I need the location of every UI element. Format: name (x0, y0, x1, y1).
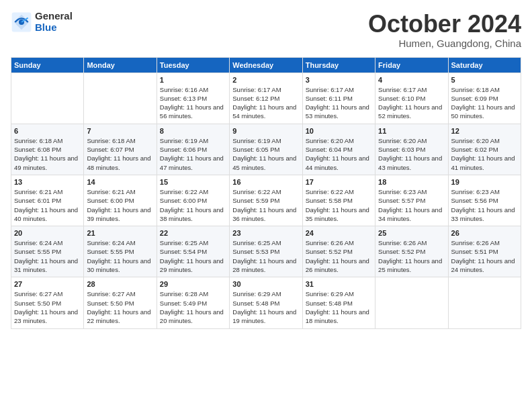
day-info: Sunrise: 6:25 AM Sunset: 5:53 PM Dayligh… (232, 238, 299, 274)
day-number: 24 (306, 229, 372, 237)
calendar-cell (84, 73, 157, 124)
day-info: Sunrise: 6:19 AM Sunset: 6:05 PM Dayligh… (232, 136, 299, 172)
day-info: Sunrise: 6:27 AM Sunset: 5:50 PM Dayligh… (14, 289, 81, 325)
day-number: 30 (232, 280, 299, 288)
logo-icon (11, 11, 32, 33)
day-info: Sunrise: 6:18 AM Sunset: 6:09 PM Dayligh… (451, 85, 518, 121)
day-info: Sunrise: 6:22 AM Sunset: 5:58 PM Dayligh… (306, 187, 372, 223)
calendar-week-row: 13Sunrise: 6:21 AM Sunset: 6:01 PM Dayli… (11, 175, 521, 226)
calendar-cell: 26Sunrise: 6:26 AM Sunset: 5:51 PM Dayli… (448, 226, 521, 277)
calendar-cell: 29Sunrise: 6:28 AM Sunset: 5:49 PM Dayli… (157, 277, 229, 328)
day-info: Sunrise: 6:21 AM Sunset: 6:01 PM Dayligh… (14, 187, 81, 223)
calendar-cell (375, 277, 448, 328)
calendar-cell: 16Sunrise: 6:22 AM Sunset: 5:59 PM Dayli… (230, 175, 302, 226)
day-info: Sunrise: 6:20 AM Sunset: 6:03 PM Dayligh… (378, 136, 445, 172)
calendar-cell: 22Sunrise: 6:25 AM Sunset: 5:54 PM Dayli… (157, 226, 229, 277)
day-info: Sunrise: 6:23 AM Sunset: 5:57 PM Dayligh… (378, 187, 445, 223)
day-number: 26 (451, 229, 518, 237)
day-info: Sunrise: 6:26 AM Sunset: 5:52 PM Dayligh… (378, 238, 445, 274)
day-number: 12 (451, 127, 518, 135)
calendar-cell: 6Sunrise: 6:18 AM Sunset: 6:08 PM Daylig… (11, 124, 84, 175)
day-info: Sunrise: 6:20 AM Sunset: 6:02 PM Dayligh… (451, 136, 518, 172)
calendar-cell: 28Sunrise: 6:27 AM Sunset: 5:50 PM Dayli… (84, 277, 157, 328)
day-number: 17 (306, 178, 372, 186)
calendar-cell (448, 277, 521, 328)
calendar-cell: 31Sunrise: 6:29 AM Sunset: 5:48 PM Dayli… (302, 277, 375, 328)
day-number: 10 (306, 127, 372, 135)
calendar-cell: 27Sunrise: 6:27 AM Sunset: 5:50 PM Dayli… (11, 277, 84, 328)
day-number: 13 (14, 178, 81, 186)
day-info: Sunrise: 6:26 AM Sunset: 5:51 PM Dayligh… (451, 238, 518, 274)
day-info: Sunrise: 6:17 AM Sunset: 6:12 PM Dayligh… (232, 85, 299, 121)
calendar-week-row: 6Sunrise: 6:18 AM Sunset: 6:08 PM Daylig… (11, 124, 521, 175)
day-number: 9 (232, 127, 299, 135)
calendar-cell: 15Sunrise: 6:22 AM Sunset: 6:00 PM Dayli… (157, 175, 229, 226)
calendar-week-row: 27Sunrise: 6:27 AM Sunset: 5:50 PM Dayli… (11, 277, 521, 328)
day-number: 5 (451, 76, 518, 84)
calendar-week-row: 1Sunrise: 6:16 AM Sunset: 6:13 PM Daylig… (11, 73, 521, 124)
title-block: October 2024 Humen, Guangdong, China (368, 11, 521, 49)
calendar-cell: 12Sunrise: 6:20 AM Sunset: 6:02 PM Dayli… (448, 124, 521, 175)
weekday-header: Saturday (448, 57, 521, 73)
day-number: 11 (378, 127, 445, 135)
day-number: 23 (232, 229, 299, 237)
weekday-header: Tuesday (157, 57, 229, 73)
calendar-cell: 5Sunrise: 6:18 AM Sunset: 6:09 PM Daylig… (448, 73, 521, 124)
location-subtitle: Humen, Guangdong, China (368, 38, 521, 49)
calendar-cell: 11Sunrise: 6:20 AM Sunset: 6:03 PM Dayli… (375, 124, 448, 175)
calendar-cell: 2Sunrise: 6:17 AM Sunset: 6:12 PM Daylig… (230, 73, 302, 124)
calendar-cell: 4Sunrise: 6:17 AM Sunset: 6:10 PM Daylig… (375, 73, 448, 124)
day-number: 20 (14, 229, 81, 237)
day-info: Sunrise: 6:16 AM Sunset: 6:13 PM Dayligh… (160, 85, 226, 121)
day-number: 2 (232, 76, 299, 84)
day-info: Sunrise: 6:29 AM Sunset: 5:48 PM Dayligh… (232, 289, 299, 325)
day-info: Sunrise: 6:17 AM Sunset: 6:11 PM Dayligh… (306, 85, 372, 121)
day-number: 8 (160, 127, 226, 135)
day-number: 29 (160, 280, 226, 288)
day-number: 18 (378, 178, 445, 186)
calendar-cell (11, 73, 84, 124)
calendar-cell: 13Sunrise: 6:21 AM Sunset: 6:01 PM Dayli… (11, 175, 84, 226)
day-info: Sunrise: 6:19 AM Sunset: 6:06 PM Dayligh… (160, 136, 226, 172)
day-info: Sunrise: 6:17 AM Sunset: 6:10 PM Dayligh… (378, 85, 445, 121)
calendar-cell: 30Sunrise: 6:29 AM Sunset: 5:48 PM Dayli… (230, 277, 302, 328)
calendar-cell: 23Sunrise: 6:25 AM Sunset: 5:53 PM Dayli… (230, 226, 302, 277)
day-info: Sunrise: 6:18 AM Sunset: 6:08 PM Dayligh… (14, 136, 81, 172)
weekday-header: Monday (84, 57, 157, 73)
calendar-cell: 18Sunrise: 6:23 AM Sunset: 5:57 PM Dayli… (375, 175, 448, 226)
day-info: Sunrise: 6:21 AM Sunset: 6:00 PM Dayligh… (87, 187, 153, 223)
calendar-cell: 17Sunrise: 6:22 AM Sunset: 5:58 PM Dayli… (302, 175, 375, 226)
calendar-cell: 1Sunrise: 6:16 AM Sunset: 6:13 PM Daylig… (157, 73, 229, 124)
day-info: Sunrise: 6:27 AM Sunset: 5:50 PM Dayligh… (87, 289, 153, 325)
day-number: 28 (87, 280, 153, 288)
day-number: 21 (87, 229, 153, 237)
calendar-table: SundayMondayTuesdayWednesdayThursdayFrid… (11, 57, 521, 329)
calendar-cell: 14Sunrise: 6:21 AM Sunset: 6:00 PM Dayli… (84, 175, 157, 226)
day-info: Sunrise: 6:24 AM Sunset: 5:55 PM Dayligh… (14, 238, 81, 274)
month-title: October 2024 (368, 11, 521, 38)
weekday-header: Sunday (11, 57, 84, 73)
day-number: 7 (87, 127, 153, 135)
day-number: 19 (451, 178, 518, 186)
day-info: Sunrise: 6:28 AM Sunset: 5:49 PM Dayligh… (160, 289, 226, 325)
day-info: Sunrise: 6:24 AM Sunset: 5:55 PM Dayligh… (87, 238, 153, 274)
day-number: 6 (14, 127, 81, 135)
calendar-cell: 25Sunrise: 6:26 AM Sunset: 5:52 PM Dayli… (375, 226, 448, 277)
page-header: General Blue October 2024 Humen, Guangdo… (11, 11, 521, 49)
calendar-cell: 8Sunrise: 6:19 AM Sunset: 6:06 PM Daylig… (157, 124, 229, 175)
weekday-header: Friday (375, 57, 448, 73)
day-number: 3 (306, 76, 372, 84)
day-number: 1 (160, 76, 226, 84)
calendar-cell: 24Sunrise: 6:26 AM Sunset: 5:52 PM Dayli… (302, 226, 375, 277)
calendar-cell: 3Sunrise: 6:17 AM Sunset: 6:11 PM Daylig… (302, 73, 375, 124)
logo-text: General Blue (35, 11, 73, 33)
calendar-cell: 7Sunrise: 6:18 AM Sunset: 6:07 PM Daylig… (84, 124, 157, 175)
day-info: Sunrise: 6:20 AM Sunset: 6:04 PM Dayligh… (306, 136, 372, 172)
day-number: 27 (14, 280, 81, 288)
day-number: 16 (232, 178, 299, 186)
day-info: Sunrise: 6:26 AM Sunset: 5:52 PM Dayligh… (306, 238, 372, 274)
weekday-header: Thursday (302, 57, 375, 73)
day-number: 15 (160, 178, 226, 186)
calendar-cell: 10Sunrise: 6:20 AM Sunset: 6:04 PM Dayli… (302, 124, 375, 175)
calendar-cell: 20Sunrise: 6:24 AM Sunset: 5:55 PM Dayli… (11, 226, 84, 277)
